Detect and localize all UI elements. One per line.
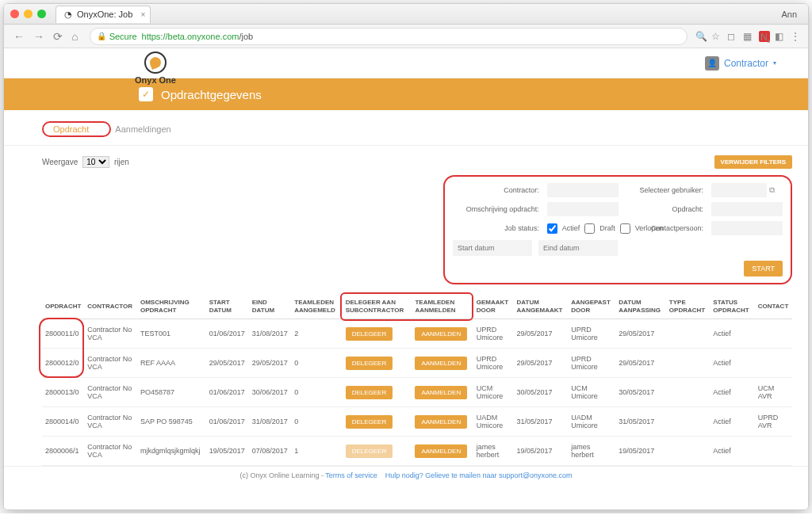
user-input[interactable] <box>711 183 767 197</box>
end-date-input[interactable] <box>538 240 618 256</box>
rows-select[interactable]: 10 <box>82 156 109 168</box>
column-header[interactable]: TEAMLEDEN AANMELDEN <box>412 294 473 319</box>
banner-title: Opdrachtgegevens <box>161 88 262 101</box>
cell: 29/05/2017 <box>206 349 249 378</box>
aanmelden-button[interactable]: AANMELDEN <box>415 444 467 458</box>
description-input[interactable] <box>547 202 619 216</box>
column-header[interactable]: OPDRACHT <box>42 294 84 319</box>
close-icon[interactable]: × <box>140 10 145 19</box>
column-header[interactable]: EIND DATUM <box>249 294 291 319</box>
tab-aanmeldingen[interactable]: Aanmeldingen <box>113 121 172 137</box>
aanmelden-button[interactable]: AANMELDEN <box>415 415 467 429</box>
tos-link[interactable]: Terms of service <box>325 471 377 479</box>
aanmelden-button[interactable]: AANMELDEN <box>415 327 467 341</box>
secure-label: Secure <box>109 32 137 41</box>
cell: 30/06/2017 <box>249 378 291 407</box>
column-header[interactable]: STATUS OPDRACHT <box>710 294 754 319</box>
ext-icon[interactable]: ◧ <box>775 31 786 42</box>
browser-titlebar: ◔ OnyxOne: Job × Ann <box>4 4 808 25</box>
ext-badge[interactable]: N5 <box>759 31 770 42</box>
star-icon[interactable]: ☆ <box>711 31 722 42</box>
opdracht-input[interactable] <box>711 202 783 216</box>
cell: 31/08/2017 <box>249 319 291 349</box>
cell: 07/08/2017 <box>249 437 291 466</box>
column-header[interactable]: CONTRACTOR <box>84 294 137 319</box>
cell <box>666 319 710 349</box>
column-header[interactable]: AANGEPAST DOOR <box>568 294 615 319</box>
reload-icon[interactable]: ⟳ <box>53 30 63 43</box>
cell: 30/05/2017 <box>514 378 569 407</box>
column-header[interactable]: START DATUM <box>206 294 249 319</box>
contact-input[interactable] <box>711 221 783 235</box>
delegeer-button[interactable]: DELEGEER <box>346 327 393 341</box>
delegeer-button[interactable]: DELEGEER <box>346 415 393 429</box>
menu-icon[interactable]: ⋮ <box>791 31 802 42</box>
draft-checkbox[interactable] <box>584 223 595 234</box>
profile-name[interactable]: Ann <box>781 10 802 19</box>
cell <box>755 349 792 378</box>
cell: 2800012/0 <box>42 349 84 378</box>
logo[interactable]: Onyx One <box>135 52 176 85</box>
column-header[interactable]: TYPE OPDRACHT <box>666 294 710 319</box>
cell: UPRD AVR <box>755 407 792 437</box>
aanmelden-button[interactable]: AANMELDEN <box>415 386 467 399</box>
cell: Contractor No VCA <box>84 319 137 349</box>
actief-checkbox[interactable] <box>547 223 557 234</box>
forward-icon[interactable]: → <box>33 30 44 43</box>
tab-favicon: ◔ <box>64 10 72 20</box>
filter-label: Selecteer gebruiker: <box>626 186 703 194</box>
cell: 29/05/2017 <box>249 349 291 378</box>
cell: 01/06/2017 <box>206 407 249 437</box>
contractor-input[interactable] <box>547 183 619 197</box>
browser-tab[interactable]: ◔ OnyxOne: Job × <box>56 6 151 23</box>
column-header[interactable]: TEAMLEDEN AANGEMELD <box>291 294 342 319</box>
column-header[interactable]: DELEGEER AAN SUBCONTRACTOR <box>343 294 412 319</box>
cell: TEST001 <box>137 319 206 349</box>
avatar-icon: 👤 <box>705 56 719 71</box>
cell: Contractor No VCA <box>84 437 137 466</box>
column-header[interactable]: DATUM AANPASSING <box>615 294 666 319</box>
column-header[interactable]: DATUM AANGEMAAKT <box>514 294 569 319</box>
address-bar[interactable]: 🔒 Secure https://beta.onyxone.com /job <box>90 28 688 45</box>
cell: 31/05/2017 <box>514 407 569 437</box>
filter-label: Opdracht: <box>626 205 703 213</box>
cell: PO458787 <box>137 378 206 407</box>
delegeer-button[interactable]: DELEGEER <box>346 386 393 399</box>
column-header[interactable]: GEMAAKT DOOR <box>473 294 514 319</box>
cell: Contractor No VCA <box>84 349 137 378</box>
cell: 31/08/2017 <box>249 407 291 437</box>
column-header[interactable]: CONTACT <box>755 294 792 319</box>
table-row: 2800012/0Contractor No VCAREF AAAA29/05/… <box>42 349 792 378</box>
cell: UPRD Umicore <box>568 349 615 378</box>
cell: 2800014/0 <box>42 407 84 437</box>
back-icon[interactable]: ← <box>13 30 25 43</box>
cell <box>666 349 710 378</box>
cell: UADM Umicore <box>568 407 615 437</box>
cell: 0 <box>291 407 342 437</box>
column-header[interactable]: OMSCHRIJVING OPDRACHT <box>137 294 206 319</box>
footer: (c) Onyx Online Learning - Terms of serv… <box>4 466 808 484</box>
clear-filters-button[interactable]: VERWIJDER FILTERS <box>714 155 792 169</box>
tabs-row: Opdracht Aanmeldingen <box>4 110 808 146</box>
start-button[interactable]: START <box>744 261 783 277</box>
delegeer-button[interactable]: DELEGEER <box>346 357 393 370</box>
cell: UPRD Umicore <box>568 319 615 349</box>
cell: 01/06/2017 <box>206 378 249 407</box>
tab-opdracht[interactable]: Opdracht <box>52 121 90 137</box>
cell: UCM AVR <box>755 378 792 407</box>
search-icon[interactable]: 🔍 <box>695 31 707 42</box>
home-icon[interactable]: ⌂ <box>71 30 78 43</box>
help-link[interactable]: Hulp nodig? Gelieve te mailen naar suppo… <box>385 471 573 479</box>
user-dropdown[interactable]: 👤 Contractor ▾ <box>705 56 776 71</box>
ext-icon[interactable]: ◻ <box>727 31 738 42</box>
tab-title: OnyxOne: Job <box>77 10 132 19</box>
ext-icon[interactable]: ▦ <box>743 31 754 42</box>
cell <box>666 437 710 466</box>
aanmelden-button[interactable]: AANMELDEN <box>415 357 467 370</box>
copy-icon[interactable]: ⧉ <box>769 185 775 195</box>
start-date-input[interactable] <box>453 240 532 256</box>
cell: 29/05/2017 <box>615 319 666 349</box>
cell: Contractor No VCA <box>84 407 137 437</box>
cell <box>755 437 792 466</box>
window-controls[interactable] <box>10 10 46 18</box>
